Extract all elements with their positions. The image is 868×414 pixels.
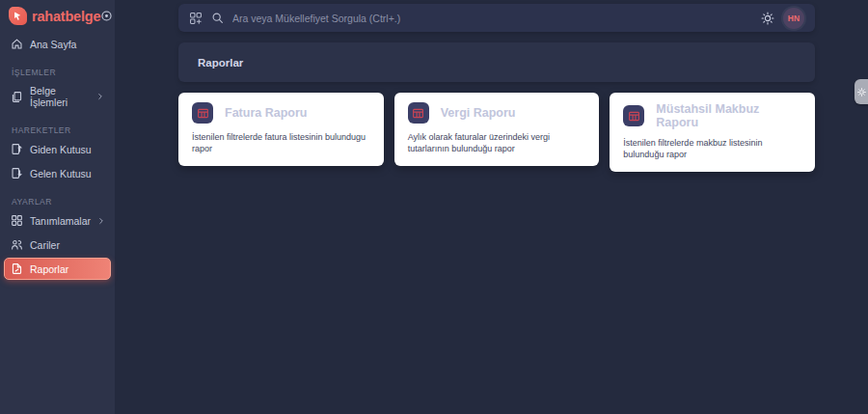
search-input[interactable] — [232, 13, 752, 24]
chevron-right-icon — [97, 217, 105, 225]
sidebar-item-label: Raporlar — [30, 263, 68, 275]
app-logo[interactable]: rahatbelge — [9, 7, 100, 25]
grid-plus-icon[interactable] — [189, 12, 203, 25]
card-head: Vergi Raporu — [408, 102, 586, 124]
search-icon — [211, 12, 224, 24]
page-title-card: Raporlar — [178, 42, 815, 82]
table-icon — [623, 105, 644, 126]
avatar[interactable]: HN — [783, 8, 804, 29]
sidebar-item-cariler[interactable]: Cariler — [4, 234, 111, 256]
documents-icon — [11, 91, 23, 103]
logo-row: rahatbelge — [0, 0, 115, 25]
sidebar-item-ana-sayfa[interactable]: Ana Sayfa — [4, 33, 111, 55]
header-searchbar: HN — [178, 4, 815, 32]
report-cards-row: Fatura Raporu İstenilen filtrelerde fatu… — [178, 93, 815, 172]
app-screen: rahatbelge Ana Sayfa İŞLEMLER Belge İşle… — [0, 0, 868, 414]
sidebar-section-ayarlar: AYARLAR — [12, 197, 115, 207]
card-description: İstenilen filtrelerde makbuz listesinin … — [623, 137, 801, 160]
sidebar-item-label: Belge İşlemleri — [30, 85, 90, 108]
sidebar-item-label: Giden Kutusu — [30, 144, 92, 155]
file-icon — [11, 262, 23, 275]
table-icon — [408, 102, 429, 124]
sidebar: rahatbelge Ana Sayfa İŞLEMLER Belge İşle… — [0, 0, 115, 414]
sidebar-item-label: Tanımlamalar — [30, 215, 91, 227]
card-head: Müstahsil Makbuz Raporu — [623, 102, 801, 129]
sidebar-item-raporlar[interactable]: Raporlar — [4, 258, 111, 280]
card-title: Fatura Raporu — [225, 106, 307, 120]
sidebar-item-gelen-kutusu[interactable]: Gelen Kutusu — [4, 162, 111, 184]
grid-icon — [11, 214, 23, 227]
users-icon — [11, 238, 23, 251]
app-logo-text: rahatbelge — [32, 9, 100, 24]
customizer-toggle-button[interactable] — [854, 79, 868, 104]
gear-icon — [856, 87, 867, 97]
file-arrow-up-icon — [11, 143, 23, 155]
sidebar-nav: Ana Sayfa İŞLEMLER Belge İşlemleri HAREK… — [0, 31, 115, 282]
home-icon — [11, 38, 23, 50]
sidebar-item-label: Ana Sayfa — [30, 39, 76, 50]
chevron-right-icon — [96, 93, 104, 100]
report-card-mustahsil[interactable]: Müstahsil Makbuz Raporu İstenilen filtre… — [610, 93, 815, 172]
sidebar-item-label: Cariler — [30, 239, 60, 251]
card-title: Vergi Raporu — [441, 106, 516, 120]
report-card-vergi[interactable]: Vergi Raporu Aylık olarak faturalar üzer… — [394, 93, 600, 166]
sidebar-item-label: Gelen Kutusu — [30, 168, 92, 179]
page-title: Raporlar — [198, 57, 243, 69]
sidebar-item-belge-islemleri[interactable]: Belge İşlemleri — [4, 80, 111, 113]
report-card-fatura[interactable]: Fatura Raporu İstenilen filtrelerde fatu… — [178, 93, 384, 166]
card-description: İstenilen filtrelerde fatura listesinin … — [192, 131, 370, 154]
sidebar-item-giden-kutusu[interactable]: Giden Kutusu — [4, 138, 111, 160]
sidebar-item-tanimlamalar[interactable]: Tanımlamalar — [4, 209, 111, 232]
main-content: HN Raporlar Fatura Raporu İstenilen filt… — [115, 0, 868, 414]
sidebar-section-hareketler: HAREKETLER — [12, 125, 115, 135]
card-description: Aylık olarak faturalar üzerindeki vergi … — [408, 131, 586, 154]
file-arrow-down-icon — [11, 167, 23, 179]
card-head: Fatura Raporu — [192, 102, 370, 124]
sidebar-collapse-toggle-icon[interactable] — [100, 10, 113, 22]
table-icon — [192, 102, 213, 124]
card-title: Müstahsil Makbuz Raporu — [656, 102, 801, 129]
app-logo-icon — [9, 7, 27, 25]
sidebar-section-islemler: İŞLEMLER — [12, 68, 115, 77]
sun-icon[interactable] — [761, 12, 774, 25]
